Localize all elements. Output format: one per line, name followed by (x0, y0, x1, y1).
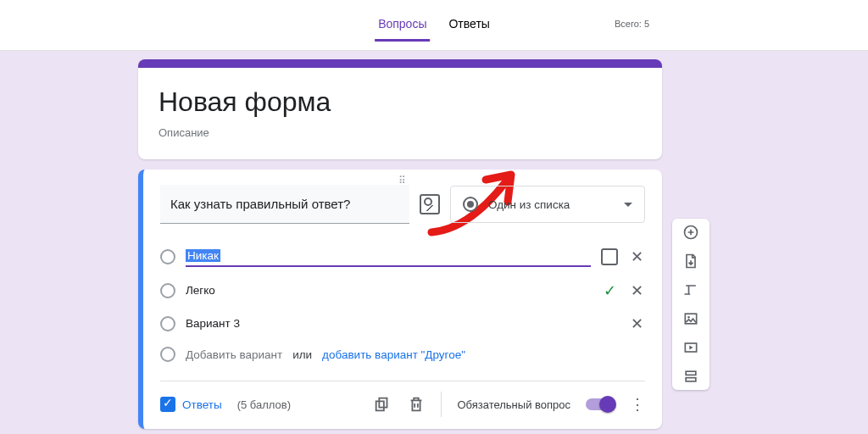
add-option-button[interactable]: Добавить вариант (186, 348, 282, 361)
add-image-icon[interactable] (682, 310, 699, 327)
form-header-card[interactable]: Новая форма Описание (138, 59, 662, 159)
add-image-icon[interactable] (420, 194, 440, 214)
radio-icon (160, 316, 175, 331)
answer-key-label: Ответы (182, 398, 222, 411)
remove-option-icon[interactable]: ✕ (628, 314, 645, 333)
add-video-icon[interactable] (682, 339, 699, 356)
question-card[interactable]: ⠿ Один из списка Никак ✕ (138, 170, 662, 429)
option-row[interactable]: Вариант 3 ✕ (160, 307, 645, 340)
option-row[interactable]: Легко ✓ ✕ (160, 274, 645, 307)
divider (441, 392, 442, 417)
answer-key-button[interactable]: Ответы (160, 397, 222, 412)
canvas: Новая форма Описание ⠿ Один из списка (0, 51, 868, 434)
form-title[interactable]: Новая форма (159, 86, 642, 118)
checkbox-icon (160, 397, 175, 412)
option-text-input[interactable]: Легко (186, 281, 591, 300)
add-section-icon[interactable] (682, 368, 699, 385)
required-label: Обязательный вопрос (457, 398, 570, 411)
tab-questions[interactable]: Вопросы (375, 10, 430, 42)
add-question-icon[interactable] (682, 224, 699, 241)
svg-rect-5 (686, 378, 696, 381)
option-text-input[interactable]: Вариант 3 (186, 314, 591, 333)
question-footer: Ответы (5 баллов) Обязательный вопрос ⋮ (160, 381, 645, 417)
question-type-label: Один из списка (488, 198, 570, 211)
add-title-icon[interactable] (682, 281, 699, 298)
or-text: или (292, 348, 312, 361)
radio-icon (160, 283, 175, 298)
question-type-select[interactable]: Один из списка (450, 186, 645, 223)
option-text-input[interactable]: Никак (186, 246, 591, 267)
correct-check-icon: ✓ (601, 281, 618, 300)
drag-handle-icon[interactable]: ⠿ (398, 175, 408, 186)
import-questions-icon[interactable] (682, 253, 699, 270)
more-icon[interactable]: ⋮ (630, 395, 645, 414)
remove-option-icon[interactable]: ✕ (628, 281, 645, 300)
option-image-icon[interactable] (601, 248, 618, 265)
remove-option-icon[interactable]: ✕ (628, 248, 645, 266)
chevron-down-icon (624, 203, 632, 207)
total-points: Всего: 5 (615, 19, 649, 29)
option-row[interactable]: Никак ✕ (160, 239, 645, 274)
question-text-input[interactable] (160, 185, 409, 224)
radio-icon (463, 197, 478, 212)
required-toggle[interactable] (586, 398, 615, 410)
radio-icon (160, 347, 175, 362)
delete-icon[interactable] (407, 395, 426, 414)
points-label: (5 баллов) (237, 398, 291, 411)
duplicate-icon[interactable] (373, 395, 392, 414)
side-toolbar (672, 219, 709, 390)
svg-rect-4 (686, 371, 696, 375)
top-bar: Вопросы Ответы Всего: 5 (0, 0, 868, 51)
add-other-button[interactable]: добавить вариант "Другое" (322, 348, 465, 361)
radio-icon (160, 249, 175, 264)
tab-responses[interactable]: Ответы (445, 10, 492, 42)
tabs: Вопросы Ответы (375, 10, 493, 42)
add-option-row: Добавить вариант или добавить вариант "Д… (160, 340, 645, 374)
form-description[interactable]: Описание (159, 126, 642, 139)
svg-point-2 (687, 316, 690, 319)
